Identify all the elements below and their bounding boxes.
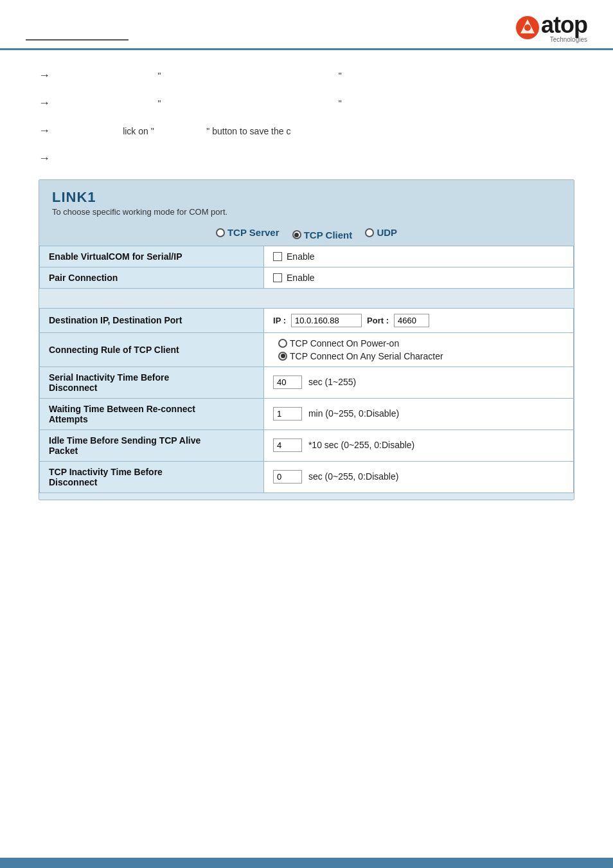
- link1-title: LINK1: [52, 189, 561, 206]
- arrow-text-1: " ": [58, 69, 342, 83]
- arrow-text-3: lick on " " button to save the c: [58, 125, 290, 138]
- header-line: [26, 39, 129, 41]
- arrow-item-1: → " ": [39, 69, 574, 83]
- arrow-icon-1: →: [39, 69, 50, 82]
- virtualcom-value: Enable: [264, 246, 574, 267]
- tcp-inactivity-value: sec (0~255, 0:Disable): [264, 461, 574, 493]
- mode-radio-row: TCP Server TCP Client UDP: [39, 221, 574, 246]
- idle-time-label: Idle Time Before Sending TCP AlivePacket: [40, 429, 264, 461]
- radio-serial-char-label: TCP Connect On Any Serial Character: [290, 351, 443, 361]
- radio-tcp-client-label: TCP Client: [304, 230, 353, 240]
- table-row: TCP Inactivity Time BeforeDisconnect sec…: [40, 461, 574, 493]
- link1-subtitle: To choose specific working mode for COM …: [52, 207, 561, 217]
- idle-time-input[interactable]: [273, 439, 302, 452]
- waiting-time-input[interactable]: [273, 407, 302, 420]
- virtualcom-label: Enable VirtualCOM for Serial/IP: [40, 246, 264, 267]
- sub-panel: Destination IP, Destination Port IP : Po…: [39, 289, 574, 500]
- idle-time-unit: *10 sec (0~255, 0:Disable): [308, 440, 414, 450]
- pair-conn-label: Pair Connection: [40, 267, 264, 288]
- port-input[interactable]: [394, 314, 429, 327]
- virtualcom-enable-label: Enable: [287, 251, 315, 262]
- main-content: → " " → ": [0, 50, 613, 539]
- ip-port-row: IP : Port :: [273, 314, 564, 327]
- table-row: Connecting Rule of TCP Client TCP Connec…: [40, 332, 574, 366]
- ip-input[interactable]: [291, 314, 362, 327]
- radio-power-on-circle[interactable]: [278, 339, 287, 348]
- radio-udp-circle[interactable]: [365, 228, 374, 237]
- radio-power-on[interactable]: TCP Connect On Power-on: [278, 338, 559, 348]
- table-row: Destination IP, Destination Port IP : Po…: [40, 308, 574, 332]
- pair-conn-enable-label: Enable: [287, 273, 315, 283]
- serial-inactivity-input[interactable]: [273, 375, 302, 389]
- serial-inactivity-value: sec (1~255): [264, 366, 574, 398]
- connecting-rule-value: TCP Connect On Power-on TCP Connect On A…: [264, 332, 574, 366]
- idle-time-value: *10 sec (0~255, 0:Disable): [264, 429, 574, 461]
- ip-label: IP :: [273, 316, 286, 325]
- logo-icon: [515, 15, 540, 40]
- table-row: Serial Inactivity Time BeforeDisconnect …: [40, 366, 574, 398]
- arrow-item-3: → lick on " " button to save the c: [39, 125, 574, 138]
- top-config-table: Enable VirtualCOM for Serial/IP Enable P…: [39, 246, 574, 289]
- virtualcom-checkbox-wrap: Enable: [273, 251, 564, 262]
- serial-inactivity-label: Serial Inactivity Time BeforeDisconnect: [40, 366, 264, 398]
- radio-udp[interactable]: UDP: [365, 227, 397, 238]
- radio-tcp-client[interactable]: TCP Client: [292, 230, 353, 240]
- radio-tcp-server[interactable]: TCP Server: [216, 227, 280, 238]
- arrow-icon-2: →: [39, 96, 50, 110]
- dest-ip-label: Destination IP, Destination Port: [40, 308, 264, 332]
- pair-conn-checkbox-wrap: Enable: [273, 273, 564, 283]
- tcp-inactivity-input[interactable]: [273, 470, 302, 484]
- table-row: Waiting Time Between Re-connectAttempts …: [40, 398, 574, 429]
- pair-conn-checkbox[interactable]: [273, 273, 282, 282]
- arrow-item-2: → " ": [39, 97, 574, 111]
- dest-ip-value: IP : Port :: [264, 308, 574, 332]
- link1-panel: LINK1 To choose specific working mode fo…: [39, 179, 574, 500]
- main-config-table: Destination IP, Destination Port IP : Po…: [39, 308, 574, 493]
- arrow-icon-3: →: [39, 124, 50, 138]
- arrow-icon-4: →: [39, 152, 50, 165]
- radio-power-on-label: TCP Connect On Power-on: [290, 338, 399, 348]
- port-label: Port :: [367, 316, 389, 325]
- radio-tcp-client-circle[interactable]: [292, 230, 301, 239]
- table-row: Enable VirtualCOM for Serial/IP Enable: [40, 246, 574, 267]
- waiting-time-value: min (0~255, 0:Disable): [264, 398, 574, 429]
- connecting-rule-options: TCP Connect On Power-on TCP Connect On A…: [273, 338, 564, 361]
- tcp-inactivity-unit: sec (0~255, 0:Disable): [308, 471, 398, 482]
- connecting-rule-label: Connecting Rule of TCP Client: [40, 332, 264, 366]
- table-row: Pair Connection Enable: [40, 267, 574, 288]
- footer: [0, 858, 613, 868]
- pair-conn-value: Enable: [264, 267, 574, 288]
- virtualcom-checkbox[interactable]: [273, 252, 282, 261]
- svg-point-2: [524, 24, 531, 31]
- waiting-time-label: Waiting Time Between Re-connectAttempts: [40, 398, 264, 429]
- page-header: atop Technologies: [0, 0, 613, 50]
- waiting-time-unit: min (0~255, 0:Disable): [308, 408, 399, 419]
- link1-header: LINK1 To choose specific working mode fo…: [39, 180, 574, 221]
- radio-serial-char[interactable]: TCP Connect On Any Serial Character: [278, 351, 559, 361]
- radio-serial-char-circle[interactable]: [278, 352, 287, 361]
- logo: atop Technologies: [515, 12, 587, 43]
- radio-tcp-server-label: TCP Server: [227, 227, 280, 238]
- radio-tcp-server-circle[interactable]: [216, 228, 225, 237]
- radio-udp-label: UDP: [377, 227, 397, 238]
- table-row: Idle Time Before Sending TCP AlivePacket…: [40, 429, 574, 461]
- arrow-item-4: →: [39, 152, 574, 165]
- serial-inactivity-unit: sec (1~255): [308, 377, 356, 387]
- logo-text: atop: [541, 12, 587, 38]
- tcp-inactivity-label: TCP Inactivity Time BeforeDisconnect: [40, 461, 264, 493]
- arrow-text-2: " ": [58, 97, 342, 111]
- header-left: [26, 39, 129, 43]
- footer-bar: [0, 860, 613, 868]
